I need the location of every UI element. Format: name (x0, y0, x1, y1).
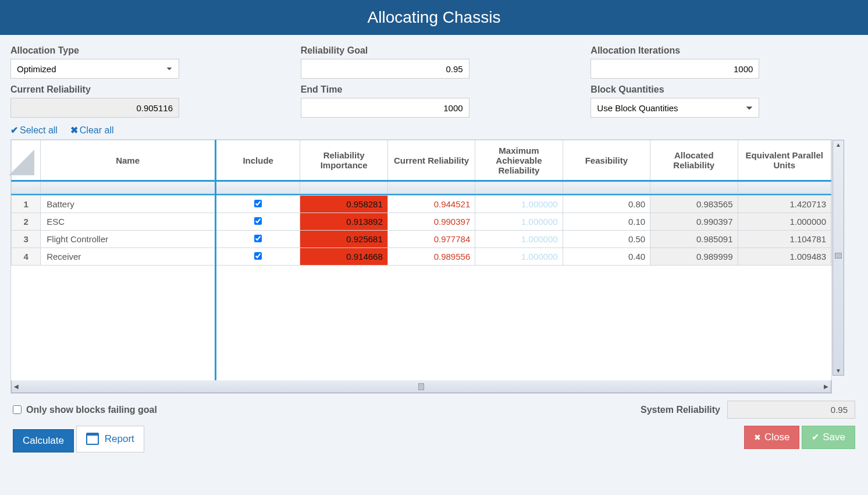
cell-max-achievable[interactable]: 1.000000 (475, 196, 563, 213)
cell-current-reliability[interactable]: 0.977784 (387, 231, 475, 248)
close-button[interactable]: Close (744, 426, 799, 449)
cell-reliability-importance[interactable]: 0.925681 (300, 231, 387, 248)
scroll-right-icon[interactable]: ▶ (821, 383, 831, 390)
cell-include[interactable] (215, 248, 300, 266)
scroll-up-icon[interactable]: ▲ (834, 140, 842, 149)
clear-all-link[interactable]: ✖Clear all (70, 125, 114, 135)
cell-allocated-reliability[interactable]: 0.989999 (650, 248, 738, 266)
horizontal-scrollbar[interactable]: ◀ ▶ (11, 380, 831, 393)
cell-equivalent-parallel[interactable]: 1.009483 (738, 248, 831, 266)
only-failing-checkbox[interactable] (13, 405, 22, 414)
allocation-type-select[interactable]: Optimized (10, 59, 179, 79)
include-checkbox[interactable] (254, 252, 262, 260)
table-filter-row (12, 181, 831, 194)
only-failing-text: Only show blocks failing goal (26, 405, 157, 415)
col-name-header[interactable]: Name (41, 140, 216, 181)
form-grid: Allocation Type Optimized Reliability Go… (10, 45, 858, 118)
cell-current-reliability[interactable]: 0.944521 (387, 196, 475, 213)
include-checkbox[interactable] (254, 200, 262, 207)
row-number: 4 (12, 248, 41, 266)
col-alloc-header[interactable]: Allocated Reliability (650, 140, 738, 181)
dialog-body: Allocation Type Optimized Reliability Go… (0, 35, 868, 465)
col-include-header[interactable]: Include (215, 140, 300, 181)
cell-current-reliability[interactable]: 0.990397 (387, 213, 475, 231)
row-number: 3 (12, 231, 41, 248)
scroll-v-grip[interactable] (835, 253, 842, 259)
close-label: Close (764, 432, 789, 443)
table-row[interactable]: 1Battery0.9582810.9445211.0000000.800.98… (12, 196, 831, 213)
allocation-iterations-input[interactable] (590, 59, 759, 79)
col-cur-rel-header[interactable]: Current Reliability (387, 140, 475, 181)
table-body-area: 1Battery0.9582810.9445211.0000000.800.98… (11, 194, 831, 380)
cell-reliability-importance[interactable]: 0.914668 (300, 248, 387, 266)
cell-feasibility[interactable]: 0.80 (563, 196, 650, 213)
cell-allocated-reliability[interactable]: 0.983565 (650, 196, 738, 213)
dialog-header: Allocating Chassis (0, 0, 868, 35)
cell-feasibility[interactable]: 0.50 (563, 231, 650, 248)
cell-name[interactable]: ESC (41, 213, 216, 231)
report-button[interactable]: Report (76, 426, 144, 452)
cell-feasibility[interactable]: 0.10 (563, 213, 650, 231)
below-table-row: Only show blocks failing goal System Rel… (10, 394, 858, 426)
cell-allocated-reliability[interactable]: 0.990397 (650, 213, 738, 231)
vertical-scrollbar[interactable]: ▲ ▼ (833, 140, 844, 376)
dialog-title: Allocating Chassis (368, 8, 501, 26)
scroll-h-grip[interactable] (418, 383, 424, 390)
check-icon: ✔ (10, 125, 18, 136)
cell-name[interactable]: Flight Controller (41, 231, 216, 248)
right-buttons: Close Save (744, 426, 855, 452)
cell-include[interactable] (215, 213, 300, 231)
cell-reliability-importance[interactable]: 0.958281 (300, 196, 387, 213)
close-x-icon (754, 432, 761, 443)
cell-max-achievable[interactable]: 1.000000 (475, 248, 563, 266)
calculate-button[interactable]: Calculate (13, 429, 74, 452)
cell-allocated-reliability[interactable]: 0.985091 (650, 231, 738, 248)
block-quantities-label: Block Quantities (590, 84, 858, 95)
cell-name[interactable]: Receiver (41, 248, 216, 266)
cell-equivalent-parallel[interactable]: 1.104781 (738, 231, 831, 248)
reliability-goal-input[interactable] (301, 59, 469, 79)
include-checkbox[interactable] (254, 235, 262, 242)
col-equiv-header[interactable]: Equivalent Parallel Units (738, 140, 831, 181)
table-row[interactable]: 3Flight Controller0.9256810.9777841.0000… (12, 231, 831, 248)
data-table-body: 1Battery0.9582810.9445211.0000000.800.98… (11, 195, 831, 266)
only-failing-checkbox-label[interactable]: Only show blocks failing goal (13, 405, 157, 415)
select-all-link[interactable]: ✔Select all (10, 125, 58, 135)
cell-current-reliability[interactable]: 0.989556 (387, 248, 475, 266)
allocation-iterations-label: Allocation Iterations (590, 45, 858, 56)
cell-feasibility[interactable]: 0.40 (563, 248, 650, 266)
button-row: Calculate Report Close Save (10, 426, 858, 459)
cell-name[interactable]: Battery (41, 196, 216, 213)
include-checkbox[interactable] (254, 217, 262, 225)
x-icon: ✖ (70, 125, 78, 136)
col-rel-imp-header[interactable]: Reliability Importance (300, 140, 387, 181)
cell-equivalent-parallel[interactable]: 1.000000 (738, 213, 831, 231)
table-row[interactable]: 2ESC0.9138920.9903971.0000000.100.990397… (12, 213, 831, 231)
scroll-left-icon[interactable]: ◀ (12, 383, 21, 390)
block-quantities-select[interactable]: Use Block Quantities (590, 98, 759, 118)
cell-reliability-importance[interactable]: 0.913892 (300, 213, 387, 231)
current-reliability-label: Current Reliability (10, 84, 278, 95)
scroll-down-icon[interactable]: ▼ (834, 366, 842, 375)
allocation-iterations-group: Allocation Iterations (590, 45, 858, 79)
col-feas-header[interactable]: Feasibility (563, 140, 650, 181)
cell-max-achievable[interactable]: 1.000000 (475, 213, 563, 231)
col-max-rel-header[interactable]: Maximum Achievable Reliability (475, 140, 563, 181)
data-table: Name Include Reliability Importance Curr… (11, 140, 831, 194)
save-check-icon (812, 432, 819, 443)
row-number: 2 (12, 213, 41, 231)
end-time-group: End Time (301, 84, 568, 118)
select-all-label: Select all (20, 125, 58, 135)
system-reliability-label: System Reliability (641, 405, 720, 415)
report-label: Report (105, 433, 134, 445)
end-time-input[interactable] (301, 98, 469, 118)
cell-equivalent-parallel[interactable]: 1.420713 (738, 196, 831, 213)
save-button[interactable]: Save (802, 426, 855, 449)
table-row[interactable]: 4Receiver0.9146680.9895561.0000000.400.9… (12, 248, 831, 266)
cell-include[interactable] (215, 231, 300, 248)
printer-icon (86, 432, 101, 447)
cell-include[interactable] (215, 196, 300, 213)
data-table-wrapper: Name Include Reliability Importance Curr… (10, 139, 832, 394)
left-buttons: Calculate Report (13, 426, 144, 452)
cell-max-achievable[interactable]: 1.000000 (475, 231, 563, 248)
